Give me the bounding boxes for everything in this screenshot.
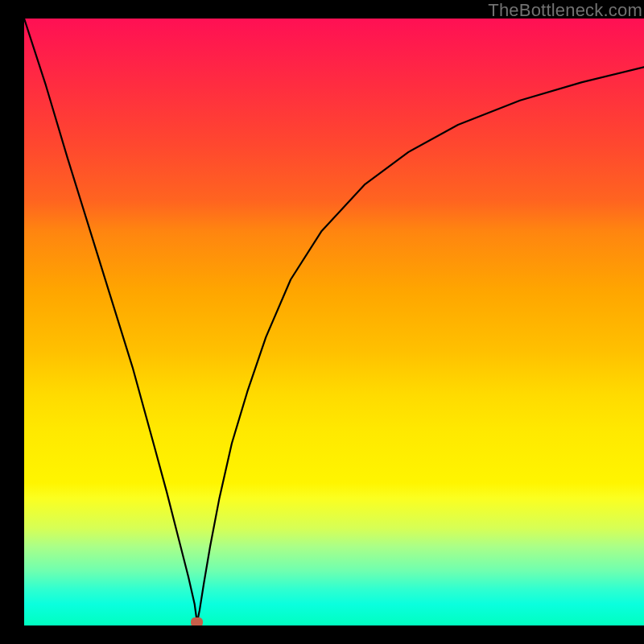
bottleneck-curve [24,19,644,625]
watermark-text: TheBottleneck.com [488,0,642,21]
plot-area [24,19,644,625]
chart-frame: TheBottleneck.com [0,0,644,644]
minimum-marker [191,617,203,625]
